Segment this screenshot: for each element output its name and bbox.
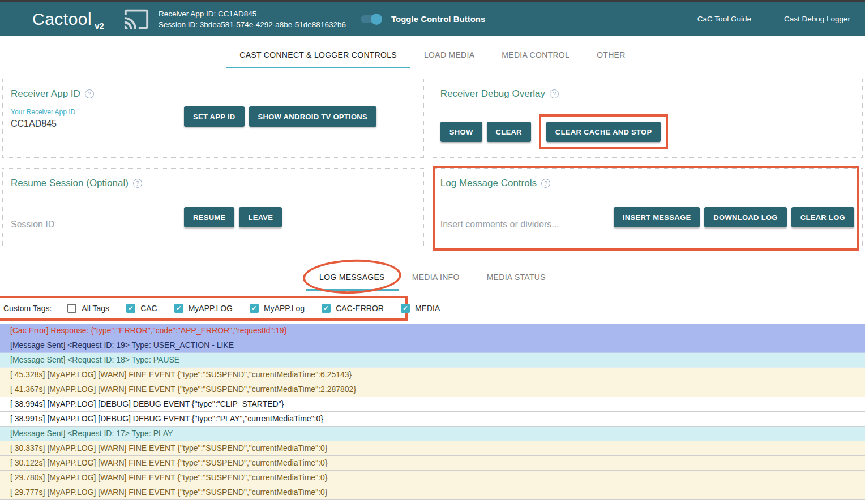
app-header: Cactool v2 Receiver App ID: CC1AD845 Ses… [0, 2, 865, 36]
set-app-id-button[interactable]: SET APP ID [184, 106, 245, 127]
log-row[interactable]: [Message Sent] <Request ID: 18> Type: PA… [0, 353, 865, 368]
log-row[interactable]: [ 38.994s] [MyAPP.LOG] [DEBUG] DEBUG EVE… [0, 397, 865, 412]
checkbox-icon[interactable] [174, 304, 183, 313]
log-row[interactable]: [ 29.777s] [MyAPP.LOG] [WARN] FINE EVENT… [0, 485, 865, 500]
receiver-app-id-input-label: Your Receiver App ID [11, 108, 178, 116]
tag-checkbox-item[interactable]: CAC [126, 304, 157, 313]
primary-tab-bar: CAST CONNECT & LOGGER CONTROLS LOAD MEDI… [0, 44, 865, 68]
toggle-label: Toggle Control Buttons [391, 14, 485, 24]
log-row[interactable]: [ 45.328s] [MyAPP.LOG] [WARN] FINE EVENT… [0, 368, 865, 382]
download-log-button[interactable]: DOWNLOAD LOG [704, 207, 786, 227]
clear-log-button[interactable]: CLEAR LOG [791, 207, 854, 227]
custom-tags-label: Custom Tags: [3, 304, 52, 313]
receiver-app-id-text: Receiver App ID: CC1AD845 [159, 8, 346, 19]
help-icon[interactable] [541, 179, 550, 188]
app-version: v2 [95, 21, 104, 31]
checkbox-icon[interactable] [401, 304, 410, 313]
tag-checkbox-item[interactable]: MEDIA [401, 304, 440, 313]
tag-label: CAC [140, 304, 157, 313]
tag-label: CAC-ERROR [336, 304, 384, 313]
clear-overlay-button[interactable]: CLEAR [487, 122, 531, 142]
help-icon[interactable] [133, 179, 142, 188]
session-id-input[interactable] [11, 217, 178, 234]
clear-cache-and-stop-button[interactable]: CLEAR CACHE AND STOP [546, 122, 661, 142]
primary-tab[interactable]: CAST CONNECT & LOGGER CONTROLS [226, 44, 410, 68]
annotation-box-clear-cache: CLEAR CACHE AND STOP [539, 114, 669, 149]
panel-title: Receiver Debug Overlay [440, 88, 545, 100]
show-overlay-button[interactable]: SHOW [440, 122, 482, 142]
session-id-text: Session ID: 3bdea581-574e-4292-a8be-51de… [159, 19, 346, 30]
resume-session-panel: Resume Session (Optional) RESUME LEAVE [2, 168, 424, 247]
log-row[interactable]: [ 29.780s] [MyAPP.LOG] [WARN] FINE EVENT… [0, 471, 865, 485]
toggle-knob [371, 14, 382, 25]
session-info: Receiver App ID: CC1AD845 Session ID: 3b… [159, 8, 346, 30]
log-row[interactable]: [ 30.122s] [MyAPP.LOG] [WARN] FINE EVENT… [0, 456, 865, 471]
checkbox-icon[interactable] [322, 304, 331, 313]
resume-button[interactable]: RESUME [184, 207, 234, 227]
checkbox-icon[interactable] [250, 304, 259, 313]
custom-tags-list: All Tags CAC MyAPP.LOG MyAPP.Log CAC-ERR… [67, 304, 440, 313]
log-row[interactable]: [Message Sent] <Request ID: 19> Type: US… [0, 338, 865, 353]
log-row[interactable]: [ 30.337s] [MyAPP.LOG] [WARN] FINE EVENT… [0, 441, 865, 456]
receiver-app-id-input[interactable] [11, 116, 178, 133]
leave-button[interactable]: LEAVE [239, 207, 282, 227]
secondary-tab[interactable]: MEDIA INFO [399, 266, 473, 291]
cast-debug-logger-link[interactable]: Cast Debug Logger [784, 15, 850, 23]
custom-tags-filter: Custom Tags: All Tags CAC MyAPP.LOG MyAP… [0, 296, 408, 321]
log-row[interactable]: [ 41.367s] [MyAPP.LOG] [WARN] FINE EVENT… [0, 382, 865, 397]
tag-checkbox-item[interactable]: MyAPP.Log [250, 304, 305, 313]
tag-label: MyAPP.LOG [189, 304, 233, 313]
control-panels: Receiver App ID Your Receiver App ID SET… [2, 79, 863, 247]
tag-checkbox-item[interactable]: All Tags [67, 304, 109, 313]
secondary-tab[interactable]: MEDIA STATUS [473, 266, 559, 291]
checkbox-icon[interactable] [67, 304, 76, 313]
insert-message-button[interactable]: INSERT MESSAGE [614, 207, 700, 227]
checkbox-icon[interactable] [126, 304, 135, 313]
panel-title: Log Message Controls [440, 178, 537, 189]
tag-label: All Tags [82, 304, 109, 313]
tag-label: MyAPP.Log [264, 304, 305, 313]
log-message-controls-panel: Log Message Controls INSERT MESSAGE DOWN… [432, 168, 863, 247]
log-message-list: [Cac Error] Response: {"type":"ERROR","c… [0, 324, 865, 500]
cast-icon [123, 6, 149, 32]
panel-title: Receiver App ID [11, 88, 80, 100]
show-android-tv-options-button[interactable]: SHOW ANDROID TV OPTIONS [249, 106, 376, 127]
tag-checkbox-item[interactable]: CAC-ERROR [322, 304, 384, 313]
insert-message-input[interactable] [440, 217, 608, 234]
cac-tool-guide-link[interactable]: CaC Tool Guide [697, 15, 751, 23]
tag-label: MEDIA [415, 304, 440, 313]
log-row[interactable]: [Message Sent] <Request ID: 17> Type: PL… [0, 427, 865, 441]
tag-checkbox-item[interactable]: MyAPP.LOG [174, 304, 233, 313]
app-logo: Cactool [32, 10, 92, 29]
help-icon[interactable] [85, 89, 94, 98]
log-row[interactable]: [ 38.991s] [MyAPP.LOG] [DEBUG] DEBUG EVE… [0, 412, 865, 427]
primary-tab[interactable]: OTHER [583, 44, 639, 68]
secondary-tab[interactable]: LOG MESSAGES [306, 266, 399, 291]
control-buttons-toggle[interactable] [361, 14, 381, 25]
panel-title: Resume Session (Optional) [11, 178, 129, 189]
primary-tab[interactable]: LOAD MEDIA [410, 44, 488, 68]
receiver-app-id-panel: Receiver App ID Your Receiver App ID SET… [2, 79, 424, 158]
primary-tab[interactable]: MEDIA CONTROL [488, 44, 583, 68]
receiver-debug-overlay-panel: Receiver Debug Overlay SHOW CLEAR CLEAR … [432, 79, 863, 158]
secondary-tab-bar: LOG MESSAGES MEDIA INFO MEDIA STATUS [0, 261, 865, 291]
help-icon[interactable] [550, 89, 559, 98]
log-row[interactable]: [Cac Error] Response: {"type":"ERROR","c… [0, 324, 865, 338]
